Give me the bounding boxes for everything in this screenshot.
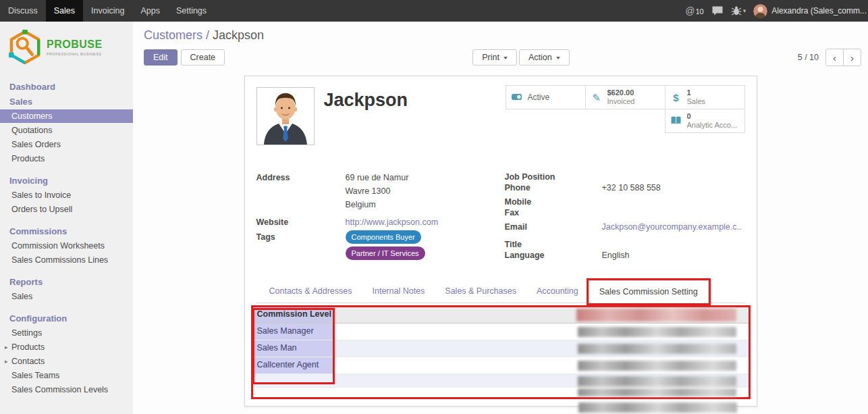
- title-field: Title: [505, 240, 745, 250]
- table-row-empty[interactable]: [253, 388, 749, 397]
- redacted-cell: [578, 327, 736, 337]
- redacted-cell: [578, 376, 736, 386]
- tab-sales-commission-setting[interactable]: Sales Commission Setting: [589, 280, 709, 303]
- sidebar-item-products[interactable]: Products: [0, 152, 133, 165]
- sidebar-item-sales-teams[interactable]: Sales Teams: [0, 369, 133, 382]
- job-position-field: Job Position: [505, 172, 745, 182]
- mentions-counter[interactable]: @10: [685, 5, 703, 16]
- phone-value: +32 10 588 558: [602, 183, 661, 193]
- sidebar-item-commission-worksheets[interactable]: Commission Worksheets: [0, 239, 133, 253]
- probuse-logo-icon: [9, 30, 41, 65]
- print-dropdown[interactable]: Print: [472, 49, 517, 66]
- sidebar-item-sales-orders[interactable]: Sales Orders: [0, 138, 133, 151]
- sidebar-item-sales-to-invoice[interactable]: Sales to Invoice: [0, 188, 133, 202]
- menu-discuss[interactable]: Discuss: [0, 0, 46, 22]
- analytic-label: Analytic Acco...: [687, 121, 738, 130]
- tags-label: Tags: [256, 232, 346, 260]
- tab-sales-purchases[interactable]: Sales & Purchases: [435, 280, 526, 303]
- tab-contacts-addresses[interactable]: Contacts & Addresses: [259, 280, 362, 303]
- table-row-callcenter-agent[interactable]: Callcenter Agent: [253, 357, 749, 374]
- record-title: Jackpson: [324, 90, 408, 111]
- commission-level-header: Commission Level: [253, 307, 333, 323]
- sidebar-item-settings[interactable]: Settings: [0, 326, 133, 340]
- sidebar-item-config-products[interactable]: ▸Products: [0, 340, 133, 354]
- notebook: Contacts & Addresses Internal Notes Sale…: [256, 280, 745, 413]
- sidebar-heading-reports[interactable]: Reports: [0, 275, 133, 289]
- menu-settings[interactable]: Settings: [168, 0, 215, 22]
- action-dropdown[interactable]: Action: [519, 49, 570, 66]
- customer-form-sheet: Jackpson Active ✎ $620.00 Invoiced $: [244, 76, 757, 407]
- breadcrumb-separator: /: [206, 28, 209, 42]
- menu-invoicing[interactable]: Invoicing: [83, 0, 132, 22]
- stat-active-button[interactable]: Active: [506, 85, 586, 109]
- table-header-row: Commission Level: [253, 307, 749, 324]
- sidebar-item-sales-commission-levels[interactable]: Sales Commission Levels: [0, 383, 133, 396]
- menu-sales[interactable]: Sales: [46, 0, 83, 22]
- sidebar-item-config-contacts[interactable]: ▸Contacts: [0, 355, 133, 368]
- top-menubar: Discuss Sales Invoicing Apps Settings @1…: [0, 0, 868, 22]
- stat-sales-button[interactable]: $ 1 Sales: [665, 85, 745, 109]
- expand-caret-icon[interactable]: ▸: [5, 358, 8, 365]
- breadcrumb-current: Jackpson: [213, 28, 264, 42]
- app-logo[interactable]: PROBUSE PROFESSIONAL BUSINESS: [0, 22, 133, 72]
- table-row-empty[interactable]: [253, 374, 749, 388]
- field-groups: Address 69 rue de Namur Wavre 1300 Belgi…: [256, 172, 745, 264]
- email-link[interactable]: Jackpson@yourcompany.example.c..: [602, 222, 742, 232]
- menu-apps[interactable]: Apps: [132, 0, 168, 22]
- tag-components-buyer[interactable]: Components Buyer: [346, 230, 421, 244]
- control-panel: Customers/Jackpson Edit Create Print Act…: [133, 22, 868, 66]
- chevron-down-icon: ▾: [743, 7, 747, 14]
- fax-field: Fax: [505, 208, 745, 218]
- email-field: Email Jackpson@yourcompany.example.c..: [505, 222, 745, 232]
- tab-internal-notes[interactable]: Internal Notes: [362, 280, 435, 303]
- table-row-sales-manager[interactable]: Sales Manager: [253, 324, 749, 340]
- create-button[interactable]: Create: [181, 49, 225, 66]
- book-icon: [670, 115, 682, 126]
- sidebar-heading-sales[interactable]: Sales: [0, 95, 133, 109]
- sidebar-heading-commissions[interactable]: Commissions: [0, 224, 133, 238]
- notebook-tabs: Contacts & Addresses Internal Notes Sale…: [256, 280, 745, 303]
- customer-photo[interactable]: [256, 87, 315, 145]
- pencil-icon: ✎: [591, 93, 603, 103]
- top-right-tools: @10 ▾ Alexandra (Sales_comm...: [685, 0, 868, 22]
- pager-prev-button[interactable]: ‹: [825, 49, 844, 66]
- address-label: Address: [256, 172, 346, 213]
- stat-invoiced-button[interactable]: ✎ $620.00 Invoiced: [585, 85, 666, 109]
- stat-active-label: Active: [528, 93, 550, 102]
- sidebar-item-quotations[interactable]: Quotations: [0, 124, 133, 137]
- sidebar-item-sales-commissions-lines[interactable]: Sales Commissions Lines: [0, 253, 133, 267]
- tab-accounting[interactable]: Accounting: [526, 280, 589, 303]
- tag-partner-it-services[interactable]: Partner / IT Services: [346, 247, 425, 260]
- sidebar-item-reports-sales[interactable]: Sales: [0, 290, 133, 303]
- redacted-cell: [578, 388, 736, 396]
- stat-buttons: Active ✎ $620.00 Invoiced $ 1 Sales: [506, 86, 745, 133]
- sidebar-item-orders-to-upsell[interactable]: Orders to Upsell: [0, 203, 133, 216]
- user-menu[interactable]: Alexandra (Sales_comm...: [753, 4, 867, 18]
- redacted-cell: [578, 361, 736, 371]
- messages-icon[interactable]: [711, 5, 724, 16]
- stat-analytic-button[interactable]: 0 Analytic Acco...: [665, 109, 745, 133]
- breadcrumb-customers[interactable]: Customers: [144, 28, 202, 42]
- tags-field: Tags Components Buyer Partner / IT Servi…: [256, 232, 494, 260]
- analytic-value: 0: [687, 112, 738, 121]
- at-icon: @: [685, 5, 695, 16]
- debug-bug-icon[interactable]: ▾: [731, 5, 747, 16]
- table-row-sales-man[interactable]: Sales Man: [253, 340, 749, 357]
- sidebar-heading-configuration[interactable]: Configuration: [0, 311, 133, 326]
- sidebar-heading-invoicing[interactable]: Invoicing: [0, 174, 133, 188]
- mobile-field: Mobile: [505, 197, 745, 207]
- redacted-cell: [578, 403, 737, 413]
- user-avatar: [753, 4, 767, 18]
- chevron-down-icon: [556, 57, 560, 59]
- sidebar-item-customers[interactable]: Customers: [0, 109, 133, 123]
- address-field: Address 69 rue de Namur Wavre 1300 Belgi…: [256, 172, 494, 213]
- edit-button[interactable]: Edit: [144, 49, 178, 66]
- expand-caret-icon[interactable]: ▸: [5, 344, 8, 351]
- sidebar-heading-dashboard[interactable]: Dashboard: [0, 80, 133, 94]
- pager-next-button[interactable]: ›: [843, 49, 861, 66]
- language-field: Language English: [505, 251, 745, 261]
- annotation-table-red-box: Commission Level Sales Manager Sales Man…: [251, 305, 751, 399]
- pager: ‹ ›: [825, 49, 861, 66]
- website-link[interactable]: http://www.jackpson.com: [346, 217, 439, 228]
- language-value: English: [602, 251, 630, 261]
